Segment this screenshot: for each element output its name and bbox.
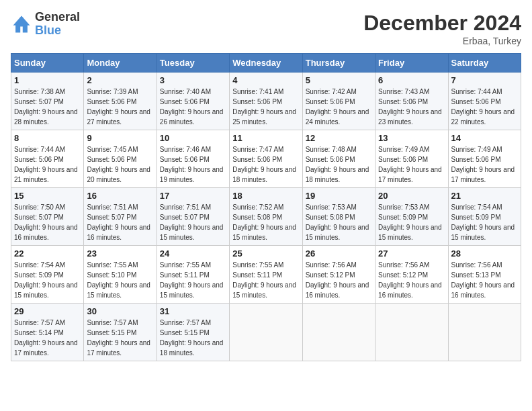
day-number: 24	[160, 248, 226, 259]
day-info: Sunrise: 7:54 AMSunset: 5:09 PMDaylight:…	[451, 203, 515, 241]
day-info: Sunrise: 7:51 AMSunset: 5:07 PMDaylight:…	[87, 203, 150, 241]
calendar-day-cell: 28 Sunrise: 7:56 AMSunset: 5:13 PMDaylig…	[448, 246, 521, 304]
weekday-header: Friday	[375, 54, 448, 73]
day-info: Sunrise: 7:55 AMSunset: 5:11 PMDaylight:…	[232, 261, 296, 299]
day-number: 10	[160, 133, 226, 143]
calendar-day-cell	[375, 304, 448, 361]
day-number: 27	[378, 248, 445, 259]
logo-line1: General	[35, 11, 80, 24]
calendar-day-cell	[302, 304, 375, 361]
day-number: 5	[306, 75, 372, 85]
day-number: 18	[232, 191, 299, 201]
day-info: Sunrise: 7:45 AMSunset: 5:06 PMDaylight:…	[87, 146, 150, 183]
day-info: Sunrise: 7:49 AMSunset: 5:06 PMDaylight:…	[378, 146, 442, 183]
calendar-day-cell	[230, 304, 302, 361]
day-number: 21	[451, 191, 518, 201]
day-number: 11	[232, 133, 299, 143]
calendar-day-cell: 13 Sunrise: 7:49 AMSunset: 5:06 PMDaylig…	[375, 130, 448, 188]
day-number: 29	[14, 306, 81, 316]
logo-icon	[11, 13, 32, 35]
calendar-day-cell: 23 Sunrise: 7:55 AMSunset: 5:10 PMDaylig…	[84, 246, 157, 304]
calendar-day-cell: 5 Sunrise: 7:42 AMSunset: 5:06 PMDayligh…	[302, 73, 375, 130]
weekday-header: Sunday	[11, 54, 84, 73]
calendar-week-row: 1 Sunrise: 7:38 AMSunset: 5:07 PMDayligh…	[11, 73, 521, 130]
day-number: 20	[378, 191, 445, 201]
calendar-day-cell	[448, 304, 521, 361]
day-number: 1	[14, 75, 81, 85]
calendar-day-cell: 7 Sunrise: 7:44 AMSunset: 5:06 PMDayligh…	[448, 73, 521, 130]
day-number: 12	[306, 133, 372, 143]
day-number: 8	[14, 133, 81, 143]
calendar-day-cell: 11 Sunrise: 7:47 AMSunset: 5:06 PMDaylig…	[230, 130, 302, 188]
day-info: Sunrise: 7:56 AMSunset: 5:13 PMDaylight:…	[451, 261, 515, 299]
svg-marker-0	[13, 15, 30, 32]
calendar-day-cell: 14 Sunrise: 7:49 AMSunset: 5:06 PMDaylig…	[448, 130, 521, 188]
day-number: 16	[87, 191, 153, 201]
day-info: Sunrise: 7:41 AMSunset: 5:06 PMDaylight:…	[232, 88, 296, 126]
day-number: 6	[378, 75, 445, 85]
calendar-day-cell: 9 Sunrise: 7:45 AMSunset: 5:06 PMDayligh…	[84, 130, 157, 188]
title-block: December 2024 Erbaa, Turkey	[363, 11, 521, 46]
day-info: Sunrise: 7:46 AMSunset: 5:06 PMDaylight:…	[160, 146, 224, 183]
day-info: Sunrise: 7:57 AMSunset: 5:15 PMDaylight:…	[160, 319, 224, 357]
calendar-day-cell: 8 Sunrise: 7:44 AMSunset: 5:06 PMDayligh…	[11, 130, 84, 188]
page-header: General Blue December 2024 Erbaa, Turkey	[11, 11, 521, 46]
calendar-day-cell: 15 Sunrise: 7:50 AMSunset: 5:07 PMDaylig…	[11, 188, 84, 246]
calendar-day-cell: 12 Sunrise: 7:48 AMSunset: 5:06 PMDaylig…	[302, 130, 375, 188]
day-info: Sunrise: 7:50 AMSunset: 5:07 PMDaylight:…	[14, 203, 78, 241]
calendar-day-cell: 10 Sunrise: 7:46 AMSunset: 5:06 PMDaylig…	[157, 130, 229, 188]
day-number: 4	[232, 75, 299, 85]
calendar-table: SundayMondayTuesdayWednesdayThursdayFrid…	[11, 53, 521, 361]
day-info: Sunrise: 7:55 AMSunset: 5:11 PMDaylight:…	[160, 261, 224, 299]
calendar-day-cell: 22 Sunrise: 7:54 AMSunset: 5:09 PMDaylig…	[11, 246, 84, 304]
day-info: Sunrise: 7:38 AMSunset: 5:07 PMDaylight:…	[14, 88, 78, 126]
calendar-day-cell: 16 Sunrise: 7:51 AMSunset: 5:07 PMDaylig…	[84, 188, 157, 246]
day-info: Sunrise: 7:52 AMSunset: 5:08 PMDaylight:…	[232, 203, 296, 241]
day-number: 14	[451, 133, 518, 143]
weekday-header-row: SundayMondayTuesdayWednesdayThursdayFrid…	[11, 54, 521, 73]
calendar-day-cell: 4 Sunrise: 7:41 AMSunset: 5:06 PMDayligh…	[230, 73, 302, 130]
logo: General Blue	[11, 11, 80, 38]
calendar-day-cell: 1 Sunrise: 7:38 AMSunset: 5:07 PMDayligh…	[11, 73, 84, 130]
day-number: 19	[306, 191, 372, 201]
logo-line2: Blue	[35, 24, 80, 38]
day-number: 2	[87, 75, 153, 85]
day-number: 23	[87, 248, 153, 259]
calendar-day-cell: 24 Sunrise: 7:55 AMSunset: 5:11 PMDaylig…	[157, 246, 229, 304]
day-info: Sunrise: 7:44 AMSunset: 5:06 PMDaylight:…	[14, 146, 78, 183]
day-info: Sunrise: 7:56 AMSunset: 5:12 PMDaylight:…	[306, 261, 369, 299]
day-info: Sunrise: 7:51 AMSunset: 5:07 PMDaylight:…	[160, 203, 224, 241]
day-info: Sunrise: 7:56 AMSunset: 5:12 PMDaylight:…	[378, 261, 442, 299]
day-number: 31	[160, 306, 226, 316]
calendar-day-cell: 27 Sunrise: 7:56 AMSunset: 5:12 PMDaylig…	[375, 246, 448, 304]
day-number: 25	[232, 248, 299, 259]
calendar-day-cell: 31 Sunrise: 7:57 AMSunset: 5:15 PMDaylig…	[157, 304, 229, 361]
month-title: December 2024	[363, 11, 521, 36]
weekday-header: Thursday	[302, 54, 375, 73]
calendar-week-row: 15 Sunrise: 7:50 AMSunset: 5:07 PMDaylig…	[11, 188, 521, 246]
day-info: Sunrise: 7:44 AMSunset: 5:06 PMDaylight:…	[451, 88, 515, 126]
day-info: Sunrise: 7:53 AMSunset: 5:08 PMDaylight:…	[306, 203, 369, 241]
day-number: 3	[160, 75, 226, 85]
calendar-week-row: 8 Sunrise: 7:44 AMSunset: 5:06 PMDayligh…	[11, 130, 521, 188]
calendar-day-cell: 29 Sunrise: 7:57 AMSunset: 5:14 PMDaylig…	[11, 304, 84, 361]
day-info: Sunrise: 7:54 AMSunset: 5:09 PMDaylight:…	[14, 261, 78, 299]
calendar-day-cell: 6 Sunrise: 7:43 AMSunset: 5:06 PMDayligh…	[375, 73, 448, 130]
calendar-week-row: 22 Sunrise: 7:54 AMSunset: 5:09 PMDaylig…	[11, 246, 521, 304]
day-info: Sunrise: 7:42 AMSunset: 5:06 PMDaylight:…	[306, 88, 369, 126]
weekday-header: Tuesday	[157, 54, 229, 73]
weekday-header: Wednesday	[230, 54, 302, 73]
calendar-day-cell: 20 Sunrise: 7:53 AMSunset: 5:09 PMDaylig…	[375, 188, 448, 246]
calendar-day-cell: 2 Sunrise: 7:39 AMSunset: 5:06 PMDayligh…	[84, 73, 157, 130]
calendar-day-cell: 25 Sunrise: 7:55 AMSunset: 5:11 PMDaylig…	[230, 246, 302, 304]
calendar-day-cell: 30 Sunrise: 7:57 AMSunset: 5:15 PMDaylig…	[84, 304, 157, 361]
day-info: Sunrise: 7:57 AMSunset: 5:15 PMDaylight:…	[87, 319, 150, 357]
calendar-day-cell: 18 Sunrise: 7:52 AMSunset: 5:08 PMDaylig…	[230, 188, 302, 246]
day-number: 9	[87, 133, 153, 143]
day-number: 26	[306, 248, 372, 259]
logo-text: General Blue	[35, 11, 80, 38]
calendar-day-cell: 19 Sunrise: 7:53 AMSunset: 5:08 PMDaylig…	[302, 188, 375, 246]
day-info: Sunrise: 7:40 AMSunset: 5:06 PMDaylight:…	[160, 88, 224, 126]
day-info: Sunrise: 7:55 AMSunset: 5:10 PMDaylight:…	[87, 261, 150, 299]
day-number: 22	[14, 248, 81, 259]
